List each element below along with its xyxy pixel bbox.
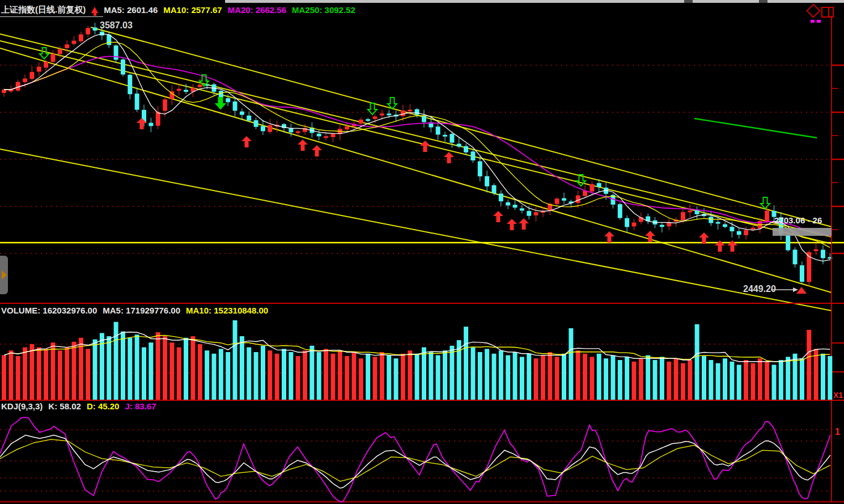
top-scroll-strip[interactable]: [225, 0, 844, 3]
sell-signal-arrows: [40, 48, 770, 209]
ma250-line: [694, 118, 817, 138]
main-chart-grid: [0, 65, 832, 253]
scroll-notch: [684, 0, 693, 3]
price-range-box: [773, 228, 832, 236]
price-ma-lines: [4, 34, 830, 261]
right-axis-ticks: [832, 65, 844, 372]
charts-canvas[interactable]: [0, 0, 844, 504]
title-underline: [0, 16, 103, 17]
magenta-marker-dot: [811, 20, 815, 23]
magenta-marker-dot: [817, 20, 821, 23]
ma250-line: [694, 118, 817, 138]
buy-signal-arrows: [137, 118, 737, 252]
candles[interactable]: [2, 23, 832, 287]
expand-right-icon: [2, 270, 7, 279]
ma10-line: [4, 42, 830, 247]
low-point-marker: [771, 287, 807, 294]
ma5-line: [4, 34, 830, 261]
trend-channel-lines: [0, 27, 844, 311]
split-window-icon[interactable]: [821, 7, 834, 18]
trading-app-screen: 上证指数(日线.前复权) MA5: 2601.46 MA10: 2577.67 …: [0, 0, 844, 504]
scroll-notch: [759, 0, 767, 3]
kdj-lines: [0, 418, 830, 502]
left-panel-expander[interactable]: [0, 256, 8, 294]
